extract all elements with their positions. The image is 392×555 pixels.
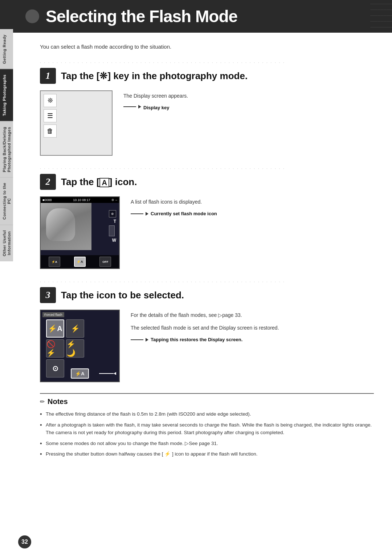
step-1-desc-text: The Display screen appears. [123,92,374,100]
step-1-body: ❊ ☰ 🗑 The Display screen appears. Displa… [40,90,374,156]
sidebar-item-connecting[interactable]: Connecting to thePC [0,177,13,225]
step-2-label: Currently set flash mode icon [151,211,217,216]
step-1-number: 1 [40,68,56,84]
step-3-title: Tap the icon to be selected. [61,290,184,301]
key-icon-flash: ❊ [44,94,57,107]
page-number: 32 [18,535,31,548]
intro-text: You can select a flash mode according to… [40,44,374,50]
cam2-label-t: T [109,219,116,224]
step-3-label: Tapping this restores the Display screen… [151,337,242,342]
step-3-description: For the details of the flash modes, see … [131,310,374,342]
callout-arrowhead-3 [146,338,148,342]
page-header: Selecting the Flash Mode [0,0,392,33]
cam3-btn-3[interactable]: 🚫⚡ [46,339,64,358]
side-tabs: Getting Ready Taking Photographs Playing… [0,29,13,261]
step-1-label: Display key [143,105,170,110]
header-bullet [25,9,39,23]
step-2-title: Tap the [A] icon. [61,176,137,188]
notes-item-1: The effective firing distance of the fla… [40,410,374,418]
notes-item-3: Some scene modes do not allow you to cha… [40,440,374,448]
cam2-bottom-bar: ⚡A ⚡A OFF [41,255,119,268]
step-1-title: Tap the [❊] key in the photography mode. [61,70,248,82]
cam3-forced-label: Forced flash [42,312,64,317]
step-3-image: Forced flash ⚡A ⚡ 🚫⚡ ⚡🌙 ⊙ ⚡A [40,310,120,382]
cam2-flash-off: OFF [99,257,111,267]
cam2-label-w: W [109,238,116,243]
camera-screen-3: Forced flash ⚡A ⚡ 🚫⚡ ⚡🌙 ⊙ ⚡A [40,310,120,382]
step-2-section: · · · · · · · · · · · · · · · · · · · · … [40,167,374,269]
page-title: Selecting the Flash Mode [46,7,237,26]
step-1-image: ❊ ☰ 🗑 [40,90,113,156]
callout-line-horiz [123,106,136,107]
cam3-btn-1[interactable]: ⚡A [46,319,64,338]
callout-line-3 [131,339,143,340]
cam3-btn-5[interactable]: ⊙ [46,359,64,378]
sidebar-item-taking-photos[interactable]: Taking Photographs [0,69,13,121]
notes-title: Notes [48,397,68,406]
notes-item-4: Pressing the shutter button down halfway… [40,450,374,458]
notes-section: ✏ Notes The effective firing distance of… [40,393,374,458]
step-3-header: 3 Tap the icon to be selected. [40,287,374,303]
cam2-icon-zoom: ⊕ [109,210,116,217]
step-2-number: 2 [40,174,56,190]
cam2-flash-auto: ⚡A [49,257,60,267]
cam3-btn-2[interactable]: ⚡ [66,319,84,338]
step-3-number: 3 [40,287,56,303]
step-1-section: · · · · · · · · · · · · · · · · · · · · … [40,61,374,156]
notes-header: ✏ Notes [40,397,374,406]
callout-arrowhead [138,105,141,109]
step-1-callout: Display key [123,105,374,110]
pencil-icon: ✏ [40,398,45,405]
step-3-body: Forced flash ⚡A ⚡ 🚫⚡ ⚡🌙 ⊙ ⚡A [40,310,374,382]
step-2-description: A list of flash icons is displayed. Curr… [131,196,374,216]
step-1-dots: · · · · · · · · · · · · · · · · · · · · … [40,61,374,65]
notes-item-2: After a photograph is taken with the fla… [40,421,374,437]
sidebar-item-other[interactable]: Other UsefulInformation [0,225,13,261]
callout-arrowhead-2 [146,212,148,216]
camera-screen-2: ■0088 10.10 08:17 ❊ – ⊕ T W [40,196,120,269]
cam3-arrow [99,372,116,375]
cam2-icons-right: ⊕ T W [109,210,116,243]
main-content: You can select a flash mode according to… [18,33,392,472]
step-2-header: 2 Tap the [A] icon. [40,174,374,190]
cam2-zoom-bar [109,225,115,236]
cam3-btn-4[interactable]: ⚡🌙 [66,339,84,358]
sidebar-item-playing-back[interactable]: Playing Back/DeletingPhotographed Images [0,121,13,177]
step-3-desc-text-1: For the details of the flash modes, see … [131,311,374,319]
cam2-top-bar: ■0088 10.10 08:17 ❊ – [41,197,119,203]
sidebar-item-getting-ready[interactable]: Getting Ready [0,29,13,69]
step-1-header: 1 Tap the [❊] key in the photography mod… [40,68,374,84]
step-3-desc-text-2: The selected flash mode is set and the D… [131,324,374,332]
cam2-portrait [46,208,75,241]
step-2-image: ■0088 10.10 08:17 ❊ – ⊕ T W [40,196,120,269]
cam2-flash-forced: ⚡A [74,257,86,267]
step-3-dots: · · · · · · · · · · · · · · · · · · · · … [40,280,374,284]
step-2-desc-text: A list of flash icons is displayed. [131,198,374,206]
notes-list: The effective firing distance of the fla… [40,410,374,458]
step-1-description: The Display screen appears. Display key [123,90,374,110]
key-icon-trash: 🗑 [44,125,57,138]
camera-screen-1: ❊ ☰ 🗑 [40,90,113,156]
key-icon-menu: ☰ [44,109,57,122]
cam3-bottom-btn[interactable]: ⚡A [71,368,89,379]
step-2-dots: · · · · · · · · · · · · · · · · · · · · … [40,167,374,171]
callout-line-2 [131,213,143,214]
step-2-body: ■0088 10.10 08:17 ❊ – ⊕ T W [40,196,374,269]
step-3-section: · · · · · · · · · · · · · · · · · · · · … [40,280,374,382]
cam2-portrait-bg [41,203,91,250]
